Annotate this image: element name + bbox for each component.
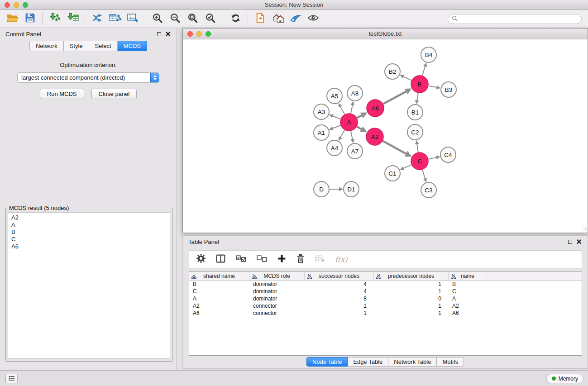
show-columns-button[interactable] (216, 254, 225, 265)
search-field[interactable] (448, 14, 582, 24)
table-row[interactable]: Adominator80A (189, 295, 582, 302)
control-panel-tab-network[interactable]: Network (29, 41, 64, 51)
network-from-table-button[interactable] (107, 12, 123, 26)
function-builder-button[interactable]: f(x) (335, 255, 347, 264)
style-visualizer-button[interactable] (288, 12, 303, 26)
zoom-in-button[interactable] (150, 12, 165, 26)
edge-A-A1[interactable] (333, 125, 340, 128)
task-history-button[interactable] (5, 374, 18, 383)
node-A6[interactable]: A6 (367, 100, 384, 117)
node-A1[interactable]: A1 (314, 125, 329, 140)
column-header-name[interactable]: name (449, 272, 487, 280)
select-all-button[interactable] (236, 255, 246, 264)
edge-A2-C[interactable] (383, 141, 406, 154)
edge-A-A6[interactable] (357, 115, 362, 118)
close-table-panel-icon[interactable]: ✕ (576, 239, 582, 245)
column-header-successor-nodes[interactable]: successor nodes (305, 272, 374, 280)
close-panel-icon[interactable]: ✕ (165, 32, 171, 37)
edge-A-A2[interactable] (357, 127, 361, 129)
table-row[interactable]: Cdominator41C (189, 288, 582, 295)
table-row[interactable]: Bdominator41B (189, 281, 582, 288)
search-input[interactable] (460, 16, 578, 22)
control-panel-tab-mcds[interactable]: MCDS (118, 41, 147, 51)
close-window-button[interactable] (5, 2, 10, 8)
close-panel-button[interactable]: Close panel (91, 89, 137, 99)
network-window-titlebar[interactable]: testGlobe.txt (183, 29, 588, 39)
zoom-out-button[interactable] (167, 12, 183, 26)
edge-B-B3[interactable] (429, 86, 437, 87)
table-row[interactable]: A6connector11A6 (189, 310, 582, 317)
table-settings-button[interactable] (196, 254, 206, 265)
node-B3[interactable]: B3 (441, 82, 456, 97)
memory-button[interactable]: Memory (546, 374, 583, 383)
float-table-panel-icon[interactable] (568, 240, 572, 244)
toggle-graphics-details-button[interactable] (306, 12, 321, 26)
edge-A-A8[interactable] (351, 105, 353, 113)
edge-A6-B[interactable] (383, 91, 406, 104)
node-A3[interactable]: A3 (314, 104, 329, 119)
minimize-network-window-button[interactable] (196, 31, 202, 37)
node-C1[interactable]: C1 (385, 166, 400, 181)
edge-C-C4[interactable] (429, 157, 436, 159)
open-session-button[interactable] (5, 12, 20, 26)
edge-C-C3[interactable] (422, 170, 425, 178)
column-header-shared-name[interactable]: shared name (189, 272, 249, 280)
column-header-MCDS-role[interactable]: MCDS role (249, 272, 305, 280)
network-canvas[interactable]: B4B2BB3A5A8A6A3B1AC2A1A2A4A7C4CC1DD1C3 (183, 39, 588, 233)
delete-table-button-disabled[interactable] (315, 255, 325, 264)
edge-B-B4[interactable] (422, 67, 425, 76)
table-tab-node-table[interactable]: Node Table (306, 357, 348, 367)
node-B[interactable]: B (411, 76, 428, 93)
resize-grip-icon[interactable] (582, 224, 588, 233)
zoom-fit-button[interactable] (185, 12, 201, 26)
node-A5[interactable]: A5 (327, 88, 342, 104)
zoom-network-window-button[interactable] (206, 31, 211, 37)
table-row[interactable]: A2connector11A2 (189, 302, 582, 310)
delete-column-button[interactable] (296, 254, 305, 265)
minimize-window-button[interactable] (14, 2, 19, 8)
import-table-button[interactable] (65, 12, 80, 26)
save-session-button[interactable] (22, 12, 38, 26)
edge-A-A7[interactable] (351, 131, 353, 139)
control-panel-tab-style[interactable]: Style (64, 41, 89, 51)
run-mcds-button[interactable]: Run MCDS (40, 89, 84, 99)
table-tab-motifs[interactable]: Motifs (437, 357, 464, 367)
share-network-button[interactable] (90, 12, 105, 26)
float-panel-icon[interactable] (157, 32, 161, 36)
node-C4[interactable]: C4 (440, 147, 456, 162)
node-A8[interactable]: A8 (347, 86, 363, 101)
edge-B-B1[interactable] (417, 93, 418, 100)
home-button[interactable] (270, 12, 286, 26)
export-document-button[interactable] (253, 12, 268, 26)
node-D[interactable]: D (314, 181, 329, 197)
edge-B-B2[interactable] (403, 76, 411, 80)
node-C3[interactable]: C3 (421, 182, 436, 198)
node-D1[interactable]: D1 (344, 181, 359, 197)
node-B1[interactable]: B1 (407, 105, 423, 120)
node-A[interactable]: A (340, 114, 358, 131)
zoom-selected-button[interactable] (203, 12, 218, 26)
apply-layout-button[interactable] (228, 12, 243, 26)
node-B4[interactable]: B4 (421, 47, 436, 62)
add-column-button[interactable] (277, 254, 286, 265)
export-network-image-button[interactable] (125, 12, 140, 26)
close-network-window-button[interactable] (187, 31, 193, 37)
mcds-result-list[interactable]: A2ABCA6 (8, 212, 170, 359)
deselect-all-button[interactable] (257, 255, 267, 264)
zoom-window-button[interactable] (23, 2, 28, 8)
table-tab-network-table[interactable]: Network Table (388, 357, 437, 367)
edge-A-A5[interactable] (340, 107, 344, 114)
node-A4[interactable]: A4 (327, 140, 342, 156)
import-network-button[interactable] (47, 12, 62, 26)
node-A2[interactable]: A2 (366, 128, 383, 145)
node-C2[interactable]: C2 (407, 124, 423, 140)
optimization-criterion-select[interactable]: largest connected component (directed) (17, 72, 159, 83)
control-panel-tab-select[interactable]: Select (89, 41, 118, 51)
table-tab-edge-table[interactable]: Edge Table (348, 357, 388, 367)
node-B2[interactable]: B2 (385, 64, 400, 79)
edge-A-A4[interactable] (340, 130, 344, 137)
column-header-predecessor-nodes[interactable]: predecessor nodes (374, 272, 449, 280)
node-C[interactable]: C (411, 152, 428, 170)
node-A7[interactable]: A7 (347, 143, 363, 159)
edge-A-A3[interactable] (333, 116, 340, 119)
